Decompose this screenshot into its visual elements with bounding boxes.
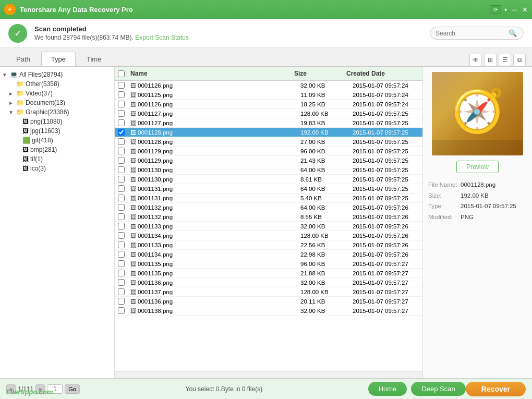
table-row[interactable]: 🖼 0001136.png 32.00 KB 2015-01-07 09:57:… (115, 278, 422, 287)
row-checkbox[interactable] (115, 109, 127, 118)
table-row[interactable]: 🖼 0001135.png 21.88 KB 2015-01-07 09:57:… (115, 269, 422, 278)
tab-path[interactable]: Path (6, 52, 40, 66)
tab-time[interactable]: Time (77, 52, 111, 66)
scan-complete-label: Scan completed (34, 25, 430, 33)
modified-label: Modified: (428, 212, 458, 223)
type-label: Type: (428, 201, 458, 212)
table-row[interactable]: 🖼 0001135.png 96.00 KB 2015-01-07 09:57:… (115, 259, 422, 269)
table-row[interactable]: 🖼 0001138.png 32.00 KB 2015-01-07 09:57:… (115, 306, 422, 316)
row-checkbox[interactable] (115, 212, 127, 221)
tree-item-gif[interactable]: 🟩 gif(418) (0, 136, 114, 145)
close-button[interactable]: ✕ (522, 6, 528, 14)
select-all-checkbox[interactable] (118, 70, 125, 77)
table-row[interactable]: 🖼 0001136.png 20.11 KB 2015-01-07 09:57:… (115, 297, 422, 306)
table-row[interactable]: 🖼 0001128.png 27.00 KB 2015-01-07 09:57:… (115, 137, 422, 147)
tree-item-graphic[interactable]: ▼ 📁 Graphic(23386) (0, 107, 114, 117)
row-date: 2015-01-07 09:57:25 (349, 138, 422, 146)
view-eye-button[interactable]: 👁 (469, 54, 482, 66)
row-checkbox[interactable] (115, 240, 127, 249)
tree-item-all-files[interactable]: ▼ 💻 All Files(28794) (0, 70, 114, 79)
row-size: 32.00 KB (297, 279, 349, 287)
tree-item-video[interactable]: ► 📁 Video(37) (0, 89, 114, 98)
tree-label: Document(13) (26, 99, 65, 106)
row-checkbox[interactable] (115, 147, 127, 155)
row-checkbox[interactable] (115, 81, 127, 90)
row-checkbox[interactable] (115, 128, 127, 137)
row-checkbox[interactable] (115, 175, 127, 184)
row-date: 2015-01-07 09:57:24 (349, 100, 422, 108)
table-row[interactable]: 🖼 0001132.png 8.55 KB 2015-01-07 09:57:2… (115, 212, 422, 222)
horizontal-scrollbar[interactable] (115, 371, 422, 378)
go-button[interactable]: Go (65, 384, 80, 394)
recover-button[interactable]: Recover (466, 382, 526, 396)
table-row[interactable]: 🖼 0001126.png 32.00 KB 2015-01-07 09:57:… (115, 81, 422, 90)
row-name: 🖼 0001126.png (127, 100, 297, 108)
row-date: 2015-01-07 09:57:26 (349, 213, 422, 221)
export-scan-link[interactable]: Export Scan Status (135, 34, 189, 41)
tree-item-ico[interactable]: 🖼 ico(3) (0, 164, 114, 173)
tab-type[interactable]: Type (41, 52, 76, 66)
row-checkbox[interactable] (115, 156, 127, 165)
row-checkbox[interactable] (115, 184, 127, 193)
minimize-button[interactable]: ─ (512, 6, 517, 14)
tree-item-bmp[interactable]: 🖼 bmp(281) (0, 145, 114, 154)
file-tree: ▼ 💻 All Files(28794) 📁 Other(5358) ► 📁 V… (0, 67, 115, 378)
row-name: 🖼 0001134.png (127, 250, 297, 259)
search-input[interactable] (436, 30, 509, 37)
table-row[interactable]: 🖼 0001127.png 128.00 KB 2015-01-07 09:57… (115, 109, 422, 118)
row-checkbox[interactable] (115, 222, 127, 231)
preview-button[interactable]: Preview (456, 161, 499, 173)
home-button[interactable]: Home (368, 382, 407, 396)
view-list-button[interactable]: ☰ (499, 54, 511, 66)
row-checkbox[interactable] (115, 118, 127, 127)
table-row[interactable]: 🖼 0001132.png 64.00 KB 2015-01-07 09:57:… (115, 203, 422, 212)
table-row[interactable]: 🖼 0001130.png 64.00 KB 2015-01-07 09:57:… (115, 165, 422, 175)
row-checkbox[interactable] (115, 269, 127, 277)
row-size: 64.00 KB (297, 185, 349, 193)
table-row[interactable]: 🖼 0001137.png 128.00 KB 2015-01-07 09:57… (115, 287, 422, 297)
row-checkbox[interactable] (115, 90, 127, 99)
row-checkbox[interactable] (115, 259, 127, 268)
tree-label: png(11080) (30, 118, 62, 125)
row-checkbox[interactable] (115, 194, 127, 202)
tree-item-document[interactable]: ► 📁 Document(13) (0, 98, 114, 107)
table-row[interactable]: 🖼 0001130.png 8.61 KB 2015-01-07 09:57:2… (115, 175, 422, 184)
row-name: 🖼 0001128.png (127, 138, 297, 146)
row-checkbox[interactable] (115, 297, 127, 306)
dropdown-icon[interactable]: ▾ (504, 7, 507, 13)
table-row[interactable]: 🖼 0001131.png 5.40 KB 2015-01-07 09:57:2… (115, 194, 422, 203)
row-checkbox[interactable] (115, 278, 127, 287)
deep-scan-button[interactable]: Deep Scan (411, 382, 465, 396)
row-checkbox[interactable] (115, 203, 127, 212)
tree-item-tif[interactable]: 🖼 tif(1) (0, 154, 114, 164)
restore-button[interactable]: ⟳ (490, 5, 501, 14)
table-row[interactable]: 🖼 0001133.png 22.56 KB 2015-01-07 09:57:… (115, 240, 422, 250)
table-row[interactable]: 🖼 0001134.png 22.98 KB 2015-01-07 09:57:… (115, 250, 422, 259)
row-checkbox[interactable] (115, 100, 127, 108)
row-checkbox[interactable] (115, 250, 127, 259)
table-row[interactable]: 🖼 0001126.png 18.25 KB 2015-01-07 09:57:… (115, 100, 422, 109)
row-checkbox[interactable] (115, 306, 127, 315)
table-row[interactable]: 🖼 0001128.png 192.00 KB 2015-01-07 09:57… (115, 128, 422, 137)
table-row[interactable]: 🖼 0001133.png 32.00 KB 2015-01-07 09:57:… (115, 222, 422, 231)
row-checkbox[interactable] (115, 231, 127, 240)
tree-icon: 🖼 (22, 118, 29, 125)
table-row[interactable]: 🖼 0001134.png 128.00 KB 2015-01-07 09:57… (115, 231, 422, 240)
row-checkbox[interactable] (115, 137, 127, 146)
tree-item-png[interactable]: 🖼 png(11080) (0, 117, 114, 126)
row-size: 32.00 KB (297, 307, 349, 315)
table-row[interactable]: 🖼 0001131.png 64.00 KB 2015-01-07 09:57:… (115, 184, 422, 194)
view-grid-button[interactable]: ⊞ (484, 54, 497, 66)
table-row[interactable]: 🖼 0001127.png 19.83 KB 2015-01-07 09:57:… (115, 118, 422, 128)
table-row[interactable]: 🖼 0001125.png 11.09 KB 2015-01-07 09:57:… (115, 90, 422, 100)
tree-item-other[interactable]: 📁 Other(5358) (0, 79, 114, 89)
col-check (115, 69, 127, 78)
table-row[interactable]: 🖼 0001129.png 96.00 KB 2015-01-07 09:57:… (115, 147, 422, 156)
row-checkbox[interactable] (115, 165, 127, 174)
view-detail-button[interactable]: ⧉ (513, 54, 526, 66)
row-size: 128.00 KB (297, 288, 349, 296)
table-row[interactable]: 🖼 0001129.png 21.43 KB 2015-01-07 09:57:… (115, 156, 422, 165)
size-label: Size: (428, 190, 458, 201)
row-checkbox[interactable] (115, 287, 127, 296)
tree-item-jpg[interactable]: 🖼 jpg(11603) (0, 126, 114, 136)
